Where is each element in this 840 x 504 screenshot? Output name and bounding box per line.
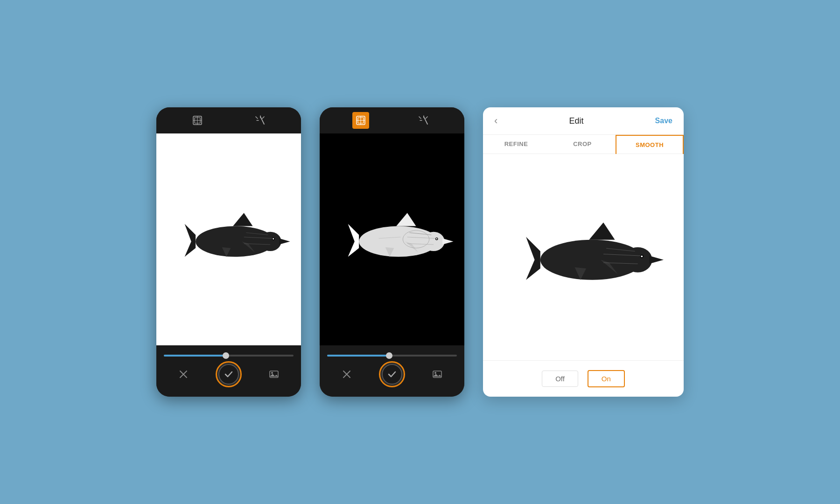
vector-tool-icon[interactable] bbox=[189, 112, 206, 129]
phone2-canvas bbox=[320, 133, 464, 345]
panel-tabs: REFINE CROP SMOOTH bbox=[483, 135, 684, 154]
phone2-controls bbox=[327, 361, 457, 387]
confirm-button[interactable] bbox=[216, 361, 242, 387]
shark-image-2 bbox=[330, 200, 454, 279]
svg-line-33 bbox=[426, 117, 427, 119]
svg-marker-36 bbox=[348, 224, 359, 257]
phone1-header bbox=[156, 107, 301, 133]
svg-line-7 bbox=[262, 117, 264, 119]
save-button[interactable]: Save bbox=[655, 117, 672, 125]
phone-2 bbox=[320, 107, 464, 397]
phone1-slider[interactable] bbox=[164, 355, 294, 357]
svg-line-30 bbox=[424, 117, 427, 124]
tab-smooth[interactable]: SMOOTH bbox=[616, 135, 684, 154]
panel-content bbox=[483, 154, 684, 360]
svg-point-24 bbox=[271, 372, 273, 374]
magic-wand-icon[interactable] bbox=[252, 112, 269, 129]
shark-image-3 bbox=[503, 205, 664, 308]
svg-point-52 bbox=[434, 372, 436, 374]
phone2-slider[interactable] bbox=[327, 355, 457, 357]
svg-marker-56 bbox=[589, 223, 615, 240]
svg-point-40 bbox=[423, 232, 445, 251]
cancel-button-2[interactable] bbox=[340, 368, 353, 381]
gallery-button[interactable] bbox=[267, 368, 280, 381]
toggle-on-button[interactable]: On bbox=[588, 370, 625, 387]
gallery-button-2[interactable] bbox=[431, 368, 444, 381]
panel-title: Edit bbox=[569, 116, 583, 126]
toggle-off-button[interactable]: Off bbox=[542, 371, 578, 387]
svg-marker-60 bbox=[649, 256, 664, 264]
magic-wand-icon-2[interactable] bbox=[415, 112, 432, 129]
back-button[interactable]: ‹ bbox=[494, 115, 497, 127]
shark-image-1 bbox=[167, 200, 290, 279]
panel-header: ‹ Edit Save bbox=[483, 107, 684, 135]
right-panel: ‹ Edit Save REFINE CROP SMOOTH bbox=[483, 107, 684, 397]
svg-marker-41 bbox=[442, 238, 454, 245]
confirm-button-2[interactable] bbox=[379, 361, 405, 387]
svg-point-17 bbox=[273, 238, 274, 240]
phone1-controls bbox=[164, 361, 294, 387]
svg-marker-10 bbox=[185, 224, 196, 257]
cancel-button[interactable] bbox=[177, 368, 190, 381]
svg-marker-15 bbox=[279, 238, 290, 245]
svg-point-43 bbox=[436, 238, 438, 240]
vector-tool-icon-active[interactable] bbox=[352, 112, 369, 129]
svg-point-14 bbox=[259, 232, 281, 251]
phone-1 bbox=[156, 107, 301, 397]
svg-line-4 bbox=[260, 117, 264, 124]
svg-marker-53 bbox=[433, 374, 441, 377]
phone1-footer bbox=[156, 345, 301, 397]
svg-marker-11 bbox=[233, 213, 252, 226]
phone2-header bbox=[320, 107, 464, 133]
svg-marker-25 bbox=[270, 374, 278, 377]
tab-crop[interactable]: CROP bbox=[549, 135, 616, 154]
panel-footer: Off On bbox=[483, 360, 684, 397]
svg-line-32 bbox=[419, 117, 421, 119]
svg-point-62 bbox=[641, 256, 643, 258]
svg-marker-37 bbox=[396, 213, 416, 226]
svg-line-6 bbox=[256, 117, 258, 119]
svg-marker-55 bbox=[526, 237, 540, 280]
svg-point-59 bbox=[623, 247, 652, 273]
phone1-canvas bbox=[156, 133, 301, 345]
phone2-footer bbox=[320, 345, 464, 397]
tab-refine[interactable]: REFINE bbox=[483, 135, 549, 154]
